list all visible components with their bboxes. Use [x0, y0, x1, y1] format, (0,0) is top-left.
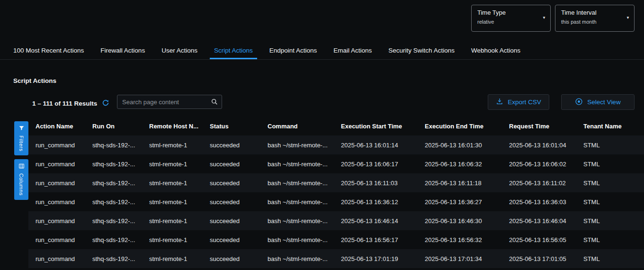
- filters-button[interactable]: Filters: [14, 121, 28, 155]
- time-interval-label: Time Interval: [561, 9, 622, 16]
- column-header[interactable]: Execution Start Time: [334, 117, 418, 135]
- table-cell: sthq-sds-192-...: [85, 230, 142, 249]
- time-type-value: relative: [477, 19, 538, 25]
- tab-firewall-actions[interactable]: Firewall Actions: [96, 42, 149, 59]
- table-row[interactable]: run_commandsthq-sds-192-...stml-remote-1…: [28, 230, 644, 249]
- table-cell: succeeded: [203, 173, 260, 192]
- time-interval-value: this past month: [561, 19, 622, 25]
- export-csv-label: Export CSV: [508, 99, 541, 106]
- table-cell: run_command: [28, 230, 85, 249]
- app-root: Time Type relative ▼ Time Interval this …: [0, 0, 644, 270]
- table-cell: bash ~/stml-remote-...: [260, 211, 334, 230]
- table-row[interactable]: run_commandsthq-sds-192-...stml-remote-1…: [28, 211, 644, 230]
- table-row[interactable]: run_commandsthq-sds-192-...stml-remote-1…: [28, 192, 644, 211]
- download-icon: [496, 98, 503, 107]
- time-interval-dropdown[interactable]: Time Interval this past month ▼: [555, 5, 635, 32]
- eye-icon: [575, 98, 583, 107]
- search-box: [117, 95, 222, 109]
- tab-security-switch-actions[interactable]: Security Switch Actions: [384, 42, 459, 59]
- table-cell: 2025-06-13 17:01:34: [418, 249, 502, 268]
- table-cell: 2025-06-13 16:36:27: [418, 192, 502, 211]
- tab-100-most-recent-actions[interactable]: 100 Most Recent Actions: [9, 42, 88, 59]
- table-cell: 2025-06-13 16:56:32: [418, 230, 502, 249]
- columns-button[interactable]: Columns: [14, 159, 28, 200]
- actions-table: Action NameRun OnRemote Host N...StatusC…: [28, 117, 644, 268]
- column-header[interactable]: Execution End Time: [418, 117, 502, 135]
- table-cell: bash ~/stml-remote-...: [260, 249, 334, 268]
- table-cell: STML: [576, 173, 644, 192]
- table-cell: 2025-06-13 17:01:19: [334, 249, 418, 268]
- table-cell: run_command: [28, 173, 85, 192]
- refresh-icon: [102, 99, 109, 108]
- table-cell: stml-remote-1: [142, 154, 203, 173]
- table-cell: succeeded: [203, 211, 260, 230]
- table-cell: bash ~/stml-remote-...: [260, 230, 334, 249]
- table-cell: 2025-06-13 16:01:14: [334, 135, 418, 154]
- table-cell: 2025-06-13 17:01:05: [502, 249, 576, 268]
- time-type-dropdown[interactable]: Time Type relative ▼: [471, 5, 551, 32]
- table-cell: succeeded: [203, 230, 260, 249]
- table-cell: 2025-06-13 16:11:03: [334, 173, 418, 192]
- table-cell: 2025-06-13 16:36:12: [334, 192, 418, 211]
- filters-label: Filters: [18, 135, 24, 151]
- table-cell: STML: [576, 135, 644, 154]
- select-view-button[interactable]: Select View: [561, 94, 635, 110]
- table-cell: run_command: [28, 192, 85, 211]
- column-header[interactable]: Request Time: [502, 117, 576, 135]
- table-cell: bash ~/stml-remote-...: [260, 135, 334, 154]
- column-header[interactable]: Action Name: [28, 117, 85, 135]
- export-csv-button[interactable]: Export CSV: [488, 94, 549, 110]
- table-cell: STML: [576, 192, 644, 211]
- columns-label: Columns: [18, 173, 24, 196]
- refresh-button[interactable]: [102, 99, 109, 108]
- tab-webhook-actions[interactable]: Webhook Actions: [467, 42, 525, 59]
- table-cell: bash ~/stml-remote-...: [260, 173, 334, 192]
- table-cell: sthq-sds-192-...: [85, 192, 142, 211]
- column-header[interactable]: Remote Host N...: [142, 117, 203, 135]
- table-cell: succeeded: [203, 154, 260, 173]
- column-header[interactable]: Status: [203, 117, 260, 135]
- table-cell: STML: [576, 230, 644, 249]
- table-cell: STML: [576, 249, 644, 268]
- column-header[interactable]: Run On: [85, 117, 142, 135]
- tab-user-actions[interactable]: User Actions: [157, 42, 202, 59]
- table-cell: stml-remote-1: [142, 211, 203, 230]
- table-cell: 2025-06-13 16:56:17: [334, 230, 418, 249]
- tab-script-actions[interactable]: Script Actions: [210, 42, 257, 59]
- table-cell: stml-remote-1: [142, 249, 203, 268]
- table-cell: run_command: [28, 249, 85, 268]
- table-cell: succeeded: [203, 249, 260, 268]
- table-cell: 2025-06-13 16:06:02: [502, 154, 576, 173]
- columns-icon: [18, 162, 25, 171]
- tab-endpoint-actions[interactable]: Endpoint Actions: [265, 42, 322, 59]
- table-cell: 2025-06-13 16:56:05: [502, 230, 576, 249]
- table-cell: succeeded: [203, 192, 260, 211]
- column-header[interactable]: Tenant Name: [576, 117, 644, 135]
- table-cell: STML: [576, 211, 644, 230]
- tab-email-actions[interactable]: Email Actions: [329, 42, 376, 59]
- table-cell: STML: [576, 154, 644, 173]
- column-header[interactable]: Command: [260, 117, 334, 135]
- table-cell: sthq-sds-192-...: [85, 173, 142, 192]
- table-row[interactable]: run_commandsthq-sds-192-...stml-remote-1…: [28, 173, 644, 192]
- chevron-down-icon: ▼: [542, 16, 546, 20]
- table-cell: succeeded: [203, 135, 260, 154]
- table-cell: sthq-sds-192-...: [85, 211, 142, 230]
- table-header-row: Action NameRun OnRemote Host N...StatusC…: [28, 117, 644, 135]
- tab-bar: 100 Most Recent ActionsFirewall ActionsU…: [0, 42, 644, 60]
- table-cell: run_command: [28, 135, 85, 154]
- table-cell: 2025-06-13 16:11:18: [418, 173, 502, 192]
- time-type-label: Time Type: [477, 9, 538, 16]
- table-row[interactable]: run_commandsthq-sds-192-...stml-remote-1…: [28, 154, 644, 173]
- table-row[interactable]: run_commandsthq-sds-192-...stml-remote-1…: [28, 249, 644, 268]
- select-view-label: Select View: [587, 99, 620, 106]
- search-icon[interactable]: [211, 98, 218, 108]
- table-cell: sthq-sds-192-...: [85, 249, 142, 268]
- table-cell: stml-remote-1: [142, 192, 203, 211]
- table-row[interactable]: run_commandsthq-sds-192-...stml-remote-1…: [28, 135, 644, 154]
- table-cell: stml-remote-1: [142, 135, 203, 154]
- table-cell: 2025-06-13 16:01:04: [502, 135, 576, 154]
- search-input[interactable]: [117, 95, 222, 109]
- table-cell: 2025-06-13 16:46:30: [418, 211, 502, 230]
- table-body: run_commandsthq-sds-192-...stml-remote-1…: [28, 135, 644, 268]
